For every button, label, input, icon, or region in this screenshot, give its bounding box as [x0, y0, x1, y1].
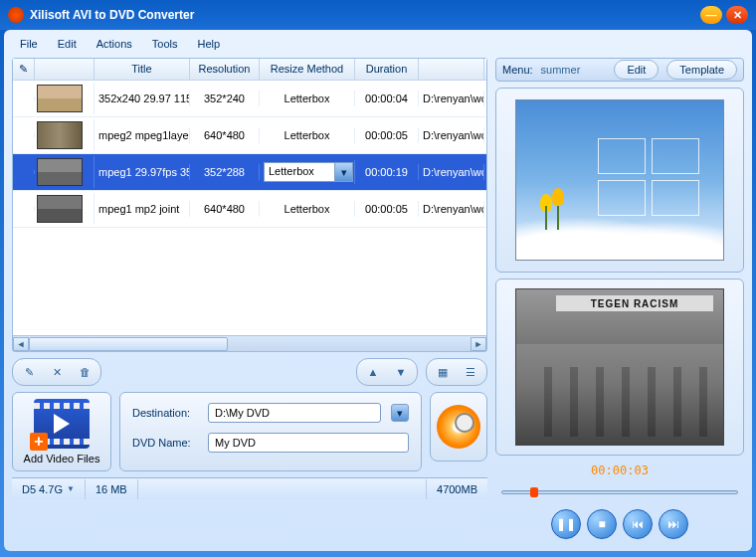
destination-dropdown-icon[interactable]: ▾ — [391, 404, 409, 422]
scroll-left-icon[interactable]: ◄ — [13, 337, 29, 351]
destination-label: Destination: — [132, 407, 202, 419]
cell-resolution: 640*480 — [190, 127, 260, 143]
menu-file[interactable]: File — [12, 34, 46, 54]
titlebar: Xilisoft AVI to DVD Converter — ✕ — [0, 0, 756, 30]
cell-resize: Letterbox — [260, 91, 355, 106]
seek-slider[interactable] — [501, 487, 738, 497]
cell-resize: Letterbox — [260, 127, 355, 143]
minimize-button[interactable]: — — [700, 6, 722, 24]
app-title: Xilisoft AVI to DVD Converter — [30, 8, 700, 22]
cell-title: mpeg1 mp2 joint — [94, 201, 190, 217]
burn-disc-icon — [437, 405, 480, 449]
app-logo-icon — [8, 7, 24, 23]
video-thumbnail — [37, 195, 83, 223]
delete-button[interactable]: 🗑 — [72, 362, 97, 382]
th-resolution[interactable]: Resolution — [190, 59, 260, 80]
cell-resolution: 352*288 — [190, 164, 260, 180]
chevron-down-icon[interactable]: ▾ — [334, 163, 352, 181]
menu-tools[interactable]: Tools — [144, 34, 186, 54]
add-video-files-button[interactable]: + Add Video Files — [12, 392, 111, 471]
th-dest — [419, 59, 484, 80]
resize-combo[interactable]: Letterbox▾ — [264, 162, 353, 182]
video-thumbnail — [37, 121, 83, 149]
cell-resize[interactable]: Letterbox▾ — [260, 160, 355, 184]
add-video-icon: + — [34, 399, 90, 449]
th-edit-icon[interactable]: ✎ — [13, 59, 35, 80]
destination-input[interactable]: D:\My DVD — [208, 403, 381, 423]
cell-title: 352x240 29.97 1150 — [94, 91, 190, 106]
th-duration[interactable]: Duration — [355, 59, 419, 80]
video-preview-pane: TEGEN RACISM — [495, 278, 744, 456]
th-thumb — [35, 59, 94, 80]
pause-button[interactable]: ❚❚ — [551, 509, 581, 539]
next-button[interactable]: ⏭ — [659, 509, 688, 539]
edit-button[interactable]: ✎ — [16, 362, 42, 382]
cell-resolution: 352*240 — [190, 91, 260, 106]
cell-duration: 00:00:05 — [355, 127, 419, 143]
status-total: 4700MB — [426, 479, 487, 499]
menu-label: Menu: — [502, 64, 533, 76]
view-list-button[interactable]: ☰ — [458, 362, 483, 382]
video-thumbnail — [37, 85, 83, 112]
status-used: 16 MB — [86, 479, 138, 499]
edit-menu-button[interactable]: Edit — [614, 60, 659, 80]
tulips-icon — [536, 188, 570, 230]
cell-dest: D:\renyan\wor — [419, 201, 484, 217]
cell-duration: 00:00:04 — [355, 91, 419, 106]
table-row[interactable]: mpeg2 mpeg1layer2640*480Letterbox00:00:0… — [13, 117, 486, 154]
video-thumbnail — [37, 158, 83, 186]
add-video-label: Add Video Files — [19, 453, 104, 464]
th-title[interactable]: Title — [94, 59, 190, 80]
video-banner: TEGEN RACISM — [556, 295, 713, 311]
hscrollbar[interactable]: ◄ ► — [13, 335, 486, 351]
burn-button[interactable] — [430, 392, 487, 462]
remove-button[interactable]: ✕ — [44, 362, 70, 382]
dvd-menu-strip: Menu: summer Edit Template — [495, 58, 744, 82]
stop-button[interactable]: ■ — [587, 509, 617, 539]
menu-edit[interactable]: Edit — [50, 34, 85, 54]
table-row[interactable]: mpeg1 mp2 joint640*480Letterbox00:00:05D… — [13, 191, 486, 228]
menu-actions[interactable]: Actions — [89, 34, 140, 54]
status-disc[interactable]: D5 4.7G▼ — [12, 479, 86, 499]
close-button[interactable]: ✕ — [726, 6, 748, 24]
th-resize[interactable]: Resize Method — [260, 59, 355, 80]
cell-dest: D:\renyan\wor — [419, 91, 484, 106]
scroll-right-icon[interactable]: ► — [471, 337, 486, 351]
cell-title: mpeg1 29.97fps 352 — [94, 164, 190, 180]
cell-title: mpeg2 mpeg1layer2 — [94, 127, 190, 143]
seek-thumb[interactable] — [530, 487, 538, 497]
template-button[interactable]: Template — [666, 60, 737, 80]
menubar: File Edit Actions Tools Help — [4, 30, 752, 58]
cell-resize: Letterbox — [260, 201, 355, 217]
move-down-button[interactable]: ▼ — [388, 362, 414, 382]
cell-dest: D:\renyan\wor — [419, 164, 484, 180]
scroll-thumb[interactable] — [29, 337, 228, 351]
view-thumb-button[interactable]: ▦ — [430, 362, 456, 382]
dvdname-input[interactable]: My DVD — [208, 433, 409, 453]
table-row[interactable]: mpeg1 29.97fps 352352*288Letterbox▾00:00… — [13, 154, 486, 191]
table-row[interactable]: 352x240 29.97 1150352*240Letterbox00:00:… — [13, 81, 486, 117]
dvdname-label: DVD Name: — [132, 437, 202, 449]
cell-dest: D:\renyan\wor — [419, 127, 484, 143]
menu-value: summer — [541, 64, 607, 76]
menu-preview — [495, 88, 744, 273]
menu-help[interactable]: Help — [189, 34, 228, 54]
cell-duration: 00:00:19 — [355, 164, 419, 180]
file-table: ✎ Title Resolution Resize Method Duratio… — [12, 58, 487, 352]
cell-resolution: 640*480 — [190, 201, 260, 217]
move-up-button[interactable]: ▲ — [360, 362, 386, 382]
prev-button[interactable]: ⏮ — [623, 509, 653, 539]
time-display: 00:00:03 — [495, 462, 744, 479]
cell-duration: 00:00:05 — [355, 201, 419, 217]
statusbar: D5 4.7G▼ 16 MB 4700MB — [12, 477, 487, 499]
